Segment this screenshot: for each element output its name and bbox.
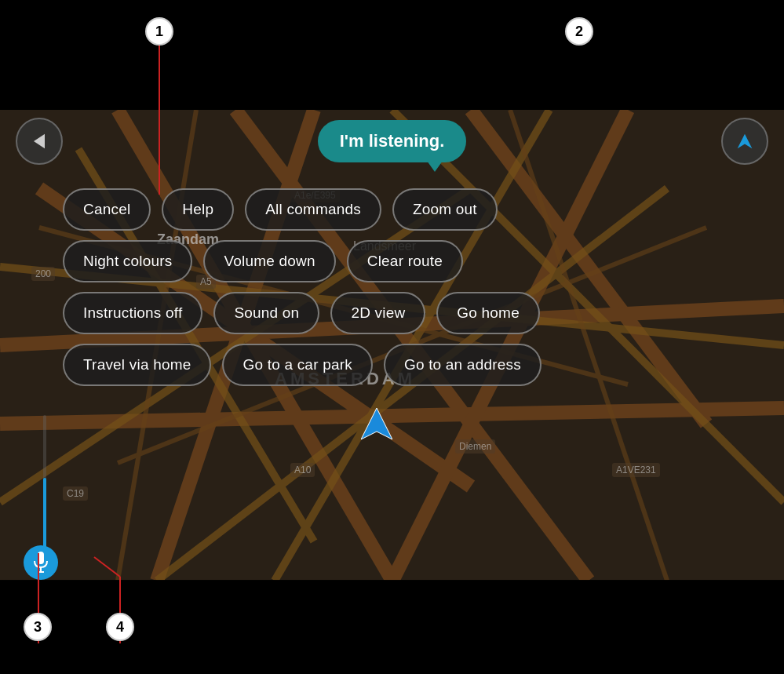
annotation-3: 3 bbox=[24, 613, 52, 641]
commands-row-2: Night colours Volume down Clear route bbox=[63, 240, 768, 282]
navigate-button[interactable] bbox=[721, 118, 768, 165]
commands-row-1: Cancel Help All commands Zoom out bbox=[63, 188, 768, 231]
road-label-a1ve231: A1VE231 bbox=[612, 463, 660, 477]
svg-marker-20 bbox=[34, 134, 45, 149]
svg-rect-22 bbox=[38, 552, 44, 564]
listening-bubble: I'm listening. bbox=[318, 120, 467, 162]
annotation-1: 1 bbox=[145, 17, 173, 46]
top-navigation-bar: I'm listening. bbox=[0, 110, 784, 173]
back-button[interactable] bbox=[16, 118, 63, 165]
cancel-button[interactable]: Cancel bbox=[63, 188, 151, 231]
2d-view-button[interactable]: 2D view bbox=[330, 292, 425, 334]
sound-on-button[interactable]: Sound on bbox=[213, 292, 319, 334]
microphone-area bbox=[24, 545, 58, 580]
go-home-button[interactable]: Go home bbox=[436, 292, 540, 334]
all-commands-button[interactable]: All commands bbox=[245, 188, 381, 231]
annotation-4: 4 bbox=[106, 613, 134, 641]
listening-text: I'm listening. bbox=[340, 131, 445, 151]
svg-marker-19 bbox=[361, 408, 392, 439]
go-to-address-button[interactable]: Go to an address bbox=[384, 344, 542, 386]
road-label-a10: A10 bbox=[290, 463, 315, 477]
road-label-c19: C19 bbox=[63, 486, 88, 501]
road-label-diemen: Diemen bbox=[455, 439, 495, 454]
road-label-a200: 200 bbox=[31, 267, 55, 281]
clear-route-button[interactable]: Clear route bbox=[347, 240, 463, 282]
annotation-2: 2 bbox=[565, 17, 593, 46]
microphone-button[interactable] bbox=[24, 545, 58, 580]
night-colours-button[interactable]: Night colours bbox=[63, 240, 192, 282]
volume-down-button[interactable]: Volume down bbox=[203, 240, 335, 282]
svg-marker-21 bbox=[738, 134, 753, 149]
commands-row-3: Instructions off Sound on 2D view Go hom… bbox=[63, 292, 768, 334]
commands-grid: Cancel Help All commands Zoom out Night … bbox=[63, 188, 768, 386]
help-button[interactable]: Help bbox=[162, 188, 234, 231]
go-to-car-park-button[interactable]: Go to a car park bbox=[222, 344, 372, 386]
instructions-off-button[interactable]: Instructions off bbox=[63, 292, 202, 334]
tomtom-arrow-icon bbox=[361, 408, 392, 450]
travel-via-home-button[interactable]: Travel via home bbox=[63, 344, 211, 386]
commands-row-4: Travel via home Go to a car park Go to a… bbox=[63, 344, 768, 386]
zoom-out-button[interactable]: Zoom out bbox=[392, 188, 498, 231]
